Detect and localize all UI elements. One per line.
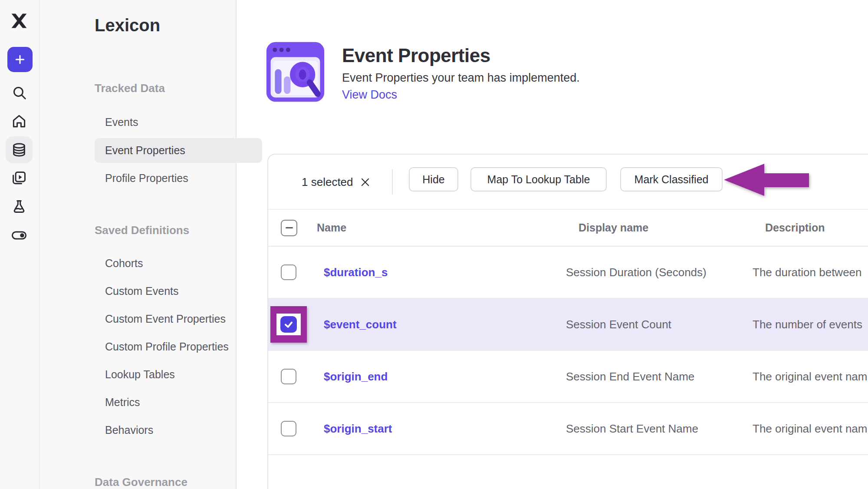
table-row: $duration_s Session Duration (Seconds) T… — [268, 247, 868, 299]
toolbar-divider — [392, 169, 393, 195]
property-name-link[interactable]: $origin_start — [324, 422, 566, 436]
section-data-governance: Data Governance — [95, 473, 187, 489]
clear-selection-icon[interactable] — [360, 177, 371, 188]
property-description: The original event nam — [753, 422, 868, 436]
annotation-arrow — [722, 161, 811, 201]
map-to-lookup-table-button[interactable]: Map To Lookup Table — [470, 167, 607, 192]
page-subtitle: Event Properties your team has implement… — [342, 71, 580, 85]
annotation-inner — [276, 314, 301, 335]
row-checkbox[interactable] — [281, 264, 296, 280]
table-row-selected: $event_count Session Event Count The num… — [268, 299, 868, 351]
view-docs-link[interactable]: View Docs — [342, 88, 397, 102]
sidebar-item-event-properties[interactable]: Event Properties — [95, 138, 262, 163]
select-all-checkbox[interactable] — [281, 220, 297, 236]
column-header-display-name: Display name — [579, 221, 765, 234]
search-icon[interactable] — [9, 82, 30, 103]
data-definitions-icon[interactable] — [9, 139, 30, 160]
section-tracked-data: Tracked Data — [95, 79, 165, 97]
property-display-name: Session Duration (Seconds) — [566, 266, 753, 279]
row-checkbox[interactable] — [281, 369, 296, 384]
sidebar-item-events[interactable]: Events — [105, 113, 138, 131]
sidebar-item-custom-event-properties[interactable]: Custom Event Properties — [105, 310, 226, 327]
icon-rail — [0, 0, 40, 489]
event-properties-table-card: 1 selected Hide Map To Lookup Table Mark… — [267, 154, 868, 489]
annotation-highlight-frame — [270, 306, 307, 343]
create-button[interactable] — [7, 47, 33, 72]
hide-button[interactable]: Hide — [409, 167, 458, 192]
indeterminate-mark — [286, 227, 293, 228]
table-header-row: Name Display name Description — [268, 210, 868, 247]
property-description: The number of events — [753, 318, 868, 331]
mixpanel-logo-icon[interactable] — [10, 11, 29, 30]
table-row: $origin_start Session Start Event Name T… — [268, 403, 868, 455]
row-checkbox[interactable] — [281, 421, 296, 436]
home-icon[interactable] — [9, 111, 30, 132]
experiments-flask-icon[interactable] — [9, 196, 30, 217]
section-saved-definitions: Saved Definitions — [95, 221, 189, 239]
sidebar-item-metrics[interactable]: Metrics — [105, 393, 140, 411]
column-header-name: Name — [317, 221, 579, 234]
property-display-name: Session Event Count — [566, 318, 753, 331]
property-display-name: Session Start Event Name — [566, 422, 753, 436]
property-description: The original event nam — [753, 370, 868, 383]
lexicon-sidebar: Lexicon Tracked Data Events Event Proper… — [40, 0, 237, 489]
lexicon-app: Lexicon Tracked Data Events Event Proper… — [0, 0, 868, 489]
page-title: Event Properties — [342, 45, 490, 66]
event-properties-illustration-icon — [265, 41, 326, 103]
column-header-description: Description — [765, 221, 868, 234]
mark-classified-button[interactable]: Mark Classified — [620, 167, 723, 192]
selected-count-label: 1 selected — [302, 175, 353, 189]
selection-status: 1 selected — [302, 155, 371, 210]
sidebar-item-profile-properties[interactable]: Profile Properties — [105, 169, 188, 187]
sidebar-title: Lexicon — [95, 16, 160, 35]
property-name-link[interactable]: $duration_s — [324, 266, 566, 279]
row-checkbox-checked[interactable] — [280, 316, 297, 333]
sidebar-item-label: Event Properties — [105, 138, 185, 163]
table-row: $origin_end Session End Event Name The o… — [268, 351, 868, 403]
boards-icon[interactable] — [9, 168, 30, 188]
property-description: The duration between — [753, 266, 868, 279]
property-name-link[interactable]: $event_count — [324, 318, 566, 331]
selection-toolbar: 1 selected Hide Map To Lookup Table Mark… — [268, 155, 868, 210]
property-name-link[interactable]: $origin_end — [324, 370, 566, 383]
sidebar-item-custom-events[interactable]: Custom Events — [105, 282, 179, 300]
property-display-name: Session End Event Name — [566, 370, 753, 383]
sidebar-item-custom-profile-properties[interactable]: Custom Profile Properties — [105, 338, 229, 355]
sidebar-item-behaviors[interactable]: Behaviors — [105, 421, 153, 439]
toggle-icon[interactable] — [9, 225, 30, 246]
sidebar-item-lookup-tables[interactable]: Lookup Tables — [105, 366, 175, 383]
sidebar-item-cohorts[interactable]: Cohorts — [105, 254, 143, 272]
